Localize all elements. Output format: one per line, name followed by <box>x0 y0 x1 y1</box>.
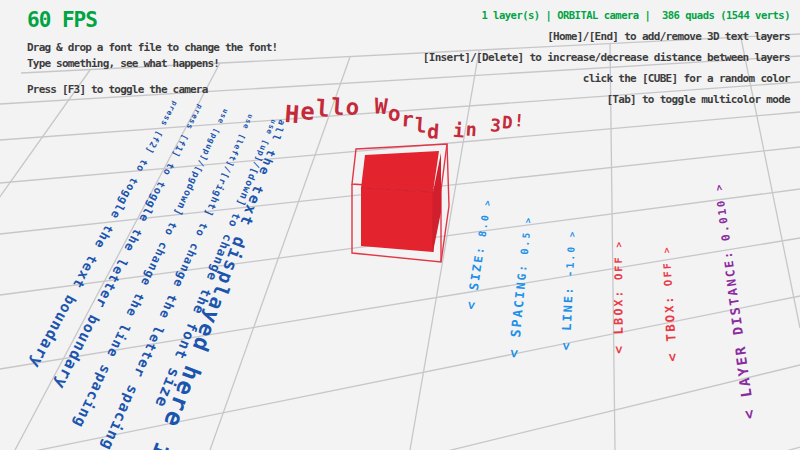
cube-front-face <box>361 188 433 252</box>
hint-type-something: Type something, see what happens! <box>27 56 277 72</box>
hud-top-right: 1 layer(s) | ORBITAL camera | 386 quads … <box>423 5 790 110</box>
hint-cube-random-color: click the [CUBE] for a random color <box>423 68 790 89</box>
font-3d-demo-viewport: press [f2] to toggle the text boundarypr… <box>0 0 800 450</box>
hud-top-left: 60 FPS Drag & drop a font file to change… <box>27 8 277 98</box>
hint-drag-drop-font: Drag & drop a font file to change the fo… <box>27 40 277 56</box>
cube-top-face <box>361 151 439 192</box>
hint-add-remove-layers: [Home]/[End] to add/remove 3D text layer… <box>423 26 790 47</box>
hint-multicolor-mode: [Tab] to toggle multicolor mode <box>423 89 790 110</box>
status-bar: 1 layer(s) | ORBITAL camera | 386 quads … <box>423 5 790 26</box>
fps-counter: 60 FPS <box>27 8 277 32</box>
hint-toggle-camera: Press [F3] to toggle the camera <box>27 82 277 98</box>
hint-layer-distance: [Insert]/[Delete] to increase/decrease d… <box>423 47 790 68</box>
